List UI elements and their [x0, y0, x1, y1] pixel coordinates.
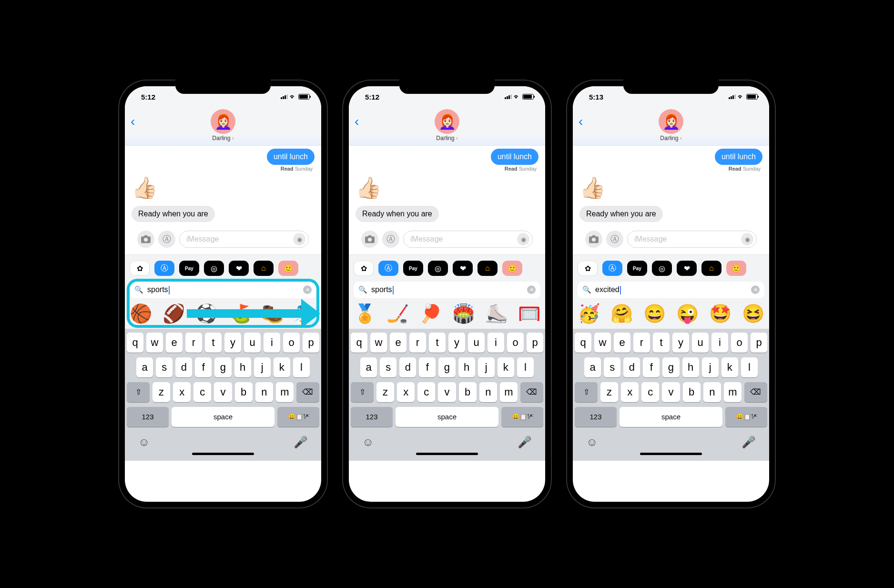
key-r[interactable]: r [409, 333, 426, 353]
key-w[interactable]: w [146, 333, 163, 353]
key-n[interactable]: n [479, 382, 497, 402]
outgoing-message[interactable]: until lunch [491, 149, 538, 165]
camera-button[interactable] [137, 231, 154, 248]
shift-key[interactable]: ⇧ [127, 382, 150, 402]
key-e[interactable]: e [390, 333, 406, 353]
photos-app-icon[interactable]: ✿ [354, 261, 374, 276]
contact-avatar[interactable]: 👩🏻‍🦰 [211, 109, 235, 134]
key-w[interactable]: w [370, 333, 387, 353]
key-n[interactable]: n [255, 382, 273, 402]
emoji-result[interactable]: 🤩 [709, 303, 731, 324]
message-input[interactable]: iMessage ◉ [179, 231, 309, 248]
key-l[interactable]: l [741, 357, 758, 377]
fitness-app-icon[interactable]: ◎ [428, 261, 448, 276]
key-b[interactable]: b [235, 382, 253, 402]
memoji-app-icon[interactable]: 🙂 [502, 261, 522, 276]
key-d[interactable]: d [399, 357, 416, 377]
emoji-search-field[interactable]: 🔍 sports ✕ [354, 282, 540, 298]
audio-message-button[interactable]: ◉ [741, 233, 753, 245]
memoji-app-icon[interactable]: 🙂 [278, 261, 298, 276]
emoji-result[interactable]: 🥅 [518, 303, 540, 324]
fitness-app-icon[interactable]: ◎ [204, 261, 224, 276]
key-g[interactable]: g [214, 357, 231, 377]
key-q[interactable]: q [575, 333, 591, 353]
key-a[interactable]: a [584, 357, 601, 377]
key-v[interactable]: v [662, 382, 680, 402]
key-c[interactable]: c [641, 382, 659, 402]
tabs-app-icon[interactable]: ⌂ [254, 261, 274, 276]
key-p[interactable]: p [303, 333, 319, 353]
contact-avatar[interactable]: 👩🏻‍🦰 [659, 109, 683, 134]
emoji-result[interactable]: ⚽ [195, 303, 218, 324]
key-l[interactable]: l [293, 357, 310, 377]
space-key[interactable]: space [396, 407, 498, 427]
emoji-result[interactable]: 🏀 [130, 303, 152, 324]
key-t[interactable]: t [429, 333, 446, 353]
key-f[interactable]: f [419, 357, 436, 377]
app-store-button[interactable]: Ⓐ [158, 231, 175, 248]
key-k[interactable]: k [274, 357, 290, 377]
key-s[interactable]: s [604, 357, 620, 377]
photos-app-icon[interactable]: ✿ [130, 261, 150, 276]
key-e[interactable]: e [166, 333, 183, 353]
app-strip[interactable]: ✿ⒶPay◎❤⌂🙂 [354, 261, 540, 276]
numeric-key[interactable]: 123 [351, 407, 393, 427]
key-o[interactable]: o [507, 333, 524, 353]
health-app-icon[interactable]: ❤ [677, 261, 697, 276]
key-f[interactable]: f [643, 357, 660, 377]
emoji-search-field[interactable]: 🔍 excited ✕ [578, 282, 764, 298]
emoji-result[interactable]: 🏈 [163, 303, 185, 324]
key-u[interactable]: u [692, 333, 709, 353]
key-s[interactable]: s [380, 357, 396, 377]
contact-name[interactable]: Darling [355, 135, 539, 142]
space-key[interactable]: space [620, 407, 722, 427]
key-p[interactable]: p [751, 333, 767, 353]
photos-app-icon[interactable]: ✿ [578, 261, 598, 276]
emoji-search-field[interactable]: 🔍 sports ✕ [130, 282, 316, 298]
key-k[interactable]: k [721, 357, 738, 377]
key-h[interactable]: h [458, 357, 475, 377]
emoji-result[interactable]: 🤗 [610, 303, 633, 324]
emoji-result[interactable]: 🥾 [261, 303, 284, 324]
audio-message-button[interactable]: ◉ [517, 233, 529, 245]
camera-button[interactable] [361, 231, 378, 248]
numeric-key[interactable]: 123 [127, 407, 169, 427]
shift-key[interactable]: ⇧ [575, 382, 598, 402]
key-a[interactable]: a [136, 357, 153, 377]
key-a[interactable]: a [360, 357, 377, 377]
message-input[interactable]: iMessage ◉ [627, 231, 757, 248]
key-n[interactable]: n [703, 382, 721, 402]
emoji-keyboard-button[interactable]: ☺ [586, 436, 598, 449]
dictation-button[interactable]: 🎤 [742, 436, 756, 449]
back-button[interactable]: ‹ [131, 114, 135, 129]
key-i[interactable]: i [488, 333, 504, 353]
key-b[interactable]: b [683, 382, 701, 402]
key-b[interactable]: b [459, 382, 477, 402]
audio-message-button[interactable]: ◉ [293, 233, 305, 245]
numeric-key[interactable]: 123 [575, 407, 617, 427]
key-l[interactable]: l [517, 357, 534, 377]
key-j[interactable]: j [254, 357, 271, 377]
key-m[interactable]: m [500, 382, 518, 402]
emoji-result[interactable]: 🏅 [354, 303, 376, 324]
alt-keyboard-key[interactable]: 😀📋ᵀ⁄ᴷ [501, 407, 543, 427]
home-indicator[interactable] [640, 453, 702, 455]
key-t[interactable]: t [653, 333, 670, 353]
key-h[interactable]: h [682, 357, 699, 377]
key-z[interactable]: z [152, 382, 170, 402]
key-e[interactable]: e [614, 333, 630, 353]
key-y[interactable]: y [224, 333, 241, 353]
incoming-emoji-message[interactable]: 👍🏻 [579, 175, 762, 200]
key-u[interactable]: u [468, 333, 485, 353]
key-g[interactable]: g [662, 357, 679, 377]
space-key[interactable]: space [172, 407, 274, 427]
camera-button[interactable] [585, 231, 602, 248]
emoji-result[interactable]: 😄 [643, 303, 666, 324]
key-z[interactable]: z [600, 382, 618, 402]
key-q[interactable]: q [351, 333, 367, 353]
incoming-emoji-message[interactable]: 👍🏻 [132, 175, 315, 200]
tabs-app-icon[interactable]: ⌂ [701, 261, 721, 276]
outgoing-message[interactable]: until lunch [715, 149, 762, 165]
emoji-keyboard-button[interactable]: ☺ [138, 436, 150, 449]
key-w[interactable]: w [594, 333, 611, 353]
